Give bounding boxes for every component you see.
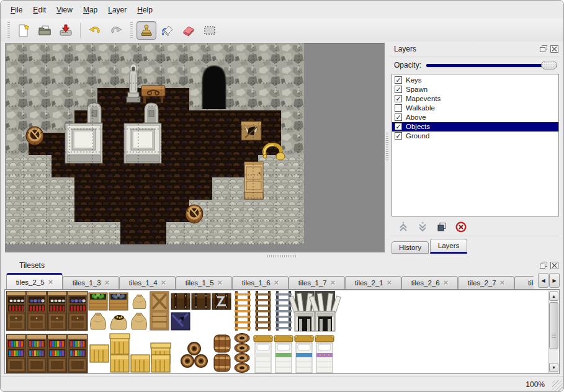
tileset-tab-label: tiles_2_1 bbox=[355, 279, 383, 287]
map-canvas[interactable] bbox=[6, 43, 305, 245]
map-tile-dark-floor bbox=[97, 200, 120, 222]
scroll-tabs-right-button[interactable]: ▶ bbox=[549, 273, 560, 288]
tab-close-icon[interactable]: × bbox=[274, 280, 279, 286]
map-tile-dark-floor bbox=[166, 110, 189, 133]
duplicate-layer-button[interactable] bbox=[436, 221, 447, 233]
layer-checkbox[interactable]: ✓ bbox=[395, 95, 402, 102]
map-tile-dark-floor bbox=[120, 222, 143, 244]
tab-close-icon[interactable]: × bbox=[387, 280, 392, 286]
eraser-tool-button[interactable] bbox=[179, 21, 199, 40]
tileset-tab-tiles_1_3[interactable]: tiles_1_3× bbox=[63, 276, 119, 289]
tab-close-icon[interactable]: × bbox=[48, 279, 53, 285]
map-tile-stone-floor bbox=[51, 222, 74, 244]
opacity-slider-track[interactable] bbox=[426, 64, 557, 67]
layer-row-keys[interactable]: ✓Keys bbox=[392, 76, 558, 85]
layer-row-ground[interactable]: ✓Ground bbox=[392, 131, 558, 141]
toolbar-grip[interactable] bbox=[129, 22, 133, 38]
map-tile-stone-floor bbox=[97, 222, 120, 244]
menu-view[interactable]: View bbox=[54, 6, 75, 19]
map-tile-stone-floor bbox=[6, 177, 29, 200]
scrollbar-thumb[interactable] bbox=[549, 302, 558, 349]
tileset-tab-tiles_2_1[interactable]: tiles_2_1× bbox=[345, 276, 401, 289]
horizontal-splitter[interactable] bbox=[1, 254, 563, 259]
menu-edit[interactable]: Edit bbox=[30, 6, 48, 19]
tab-close-icon[interactable]: × bbox=[331, 280, 336, 286]
menu-file[interactable]: File bbox=[8, 6, 25, 19]
tab-close-icon[interactable]: × bbox=[161, 280, 166, 286]
layer-checkbox[interactable]: ✓ bbox=[395, 123, 402, 130]
stamp-tool-button[interactable] bbox=[137, 21, 156, 40]
layer-checkbox[interactable] bbox=[395, 104, 402, 112]
splitter-grip[interactable] bbox=[267, 255, 296, 257]
tab-close-icon[interactable]: × bbox=[500, 280, 505, 286]
opacity-slider-handle[interactable] bbox=[541, 61, 557, 69]
map-tile-dark-floor bbox=[143, 222, 166, 244]
opacity-slider[interactable] bbox=[426, 60, 557, 70]
map-tile-dark-floor bbox=[120, 177, 143, 200]
layer-checkbox[interactable]: ✓ bbox=[395, 86, 402, 93]
tab-close-icon[interactable]: × bbox=[218, 280, 223, 286]
save-file-button[interactable] bbox=[56, 21, 76, 40]
tileset-tab-tiles_1_4[interactable]: tiles_1_4× bbox=[119, 276, 176, 289]
tilesets-panel: Tilesets tiles_2_5×tiles_1_3×tiles_1_4×t… bbox=[1, 259, 563, 376]
close-panel-icon[interactable] bbox=[550, 262, 558, 269]
map-tile-stone-floor bbox=[235, 200, 258, 222]
layer-checkbox[interactable]: ✓ bbox=[395, 114, 402, 121]
open-file-button[interactable] bbox=[35, 21, 55, 40]
raise-layer-button[interactable] bbox=[398, 221, 409, 233]
scroll-down-button[interactable]: ▼ bbox=[549, 363, 558, 372]
dock-tab-layers[interactable]: Layers bbox=[430, 239, 467, 254]
vertical-splitter[interactable] bbox=[385, 43, 390, 254]
map-viewport[interactable] bbox=[5, 43, 385, 252]
map-tile-rock-wall bbox=[281, 88, 304, 110]
map-tile-stone-floor bbox=[29, 155, 51, 177]
tileset-tab-tiles_2_7[interactable]: tiles_2_7× bbox=[458, 276, 514, 289]
layer-row-walkable[interactable]: Walkable bbox=[392, 104, 558, 113]
map-tile-stone-floor bbox=[212, 177, 235, 200]
float-panel-icon[interactable] bbox=[540, 262, 548, 269]
tileset-tab-tiles_1_6[interactable]: tiles_1_6× bbox=[232, 276, 289, 289]
tileset-canvas[interactable] bbox=[6, 291, 547, 373]
map-tile-dark-floor bbox=[189, 155, 212, 177]
tileset-tab-tiles_1_7[interactable]: tiles_1_7× bbox=[289, 276, 345, 289]
menu-help[interactable]: Help bbox=[135, 6, 155, 19]
menu-map[interactable]: Map bbox=[81, 6, 100, 19]
map-tile-stone-floor bbox=[235, 222, 258, 244]
select-tool-button[interactable] bbox=[200, 21, 220, 40]
layer-checkbox[interactable]: ✓ bbox=[395, 132, 402, 140]
layer-row-mapevents[interactable]: ✓Mapevents bbox=[392, 94, 558, 104]
toolbar-grip[interactable] bbox=[6, 22, 11, 38]
scroll-up-button[interactable]: ▲ bbox=[549, 292, 558, 301]
fill-tool-button[interactable] bbox=[158, 21, 177, 40]
layer-checkbox[interactable]: ✓ bbox=[395, 76, 402, 84]
tileset-tab-tiles_2_6[interactable]: tiles_2_6× bbox=[401, 276, 458, 289]
redo-button[interactable] bbox=[106, 21, 126, 40]
tileset-tab-tiles_2[interactable]: tiles_2× bbox=[514, 276, 534, 289]
tileset-tab-tiles_1_5[interactable]: tiles_1_5× bbox=[176, 276, 232, 289]
dock-tab-history[interactable]: History bbox=[392, 241, 429, 254]
layer-row-above[interactable]: ✓Above bbox=[392, 113, 558, 122]
lower-layer-button[interactable] bbox=[417, 221, 428, 233]
undo-button[interactable] bbox=[85, 21, 105, 40]
close-panel-icon[interactable] bbox=[550, 45, 558, 53]
tilesets-panel-title: Tilesets bbox=[19, 261, 45, 270]
layer-list[interactable]: ✓Keys✓Spawn✓MapeventsWalkable✓Above✓Obje… bbox=[392, 74, 559, 217]
float-panel-icon[interactable] bbox=[540, 45, 548, 53]
tileset-view[interactable]: ▲ ▼ bbox=[4, 290, 560, 374]
tileset-scrollbar[interactable]: ▲ ▼ bbox=[548, 291, 558, 373]
map-tile-stone-floor bbox=[6, 155, 29, 177]
tileset-tab-tiles_2_5[interactable]: tiles_2_5× bbox=[6, 273, 63, 289]
tab-close-icon[interactable]: × bbox=[444, 280, 449, 286]
tab-close-icon[interactable]: × bbox=[105, 280, 110, 286]
map-tile-rock-wall bbox=[120, 43, 143, 66]
window-resize-grip[interactable] bbox=[552, 380, 563, 391]
menu-layer[interactable]: Layer bbox=[105, 6, 129, 19]
map-tile-stone-floor bbox=[258, 200, 281, 222]
splitter-grip[interactable] bbox=[386, 133, 388, 161]
scroll-tabs-left-button[interactable]: ◀ bbox=[538, 273, 548, 288]
new-file-button[interactable] bbox=[14, 21, 34, 40]
layer-row-spawn[interactable]: ✓Spawn bbox=[392, 85, 558, 94]
layer-row-objects[interactable]: ✓Objects bbox=[392, 122, 558, 131]
map-tile-rock-wall bbox=[189, 43, 212, 66]
delete-layer-button[interactable] bbox=[455, 221, 467, 233]
